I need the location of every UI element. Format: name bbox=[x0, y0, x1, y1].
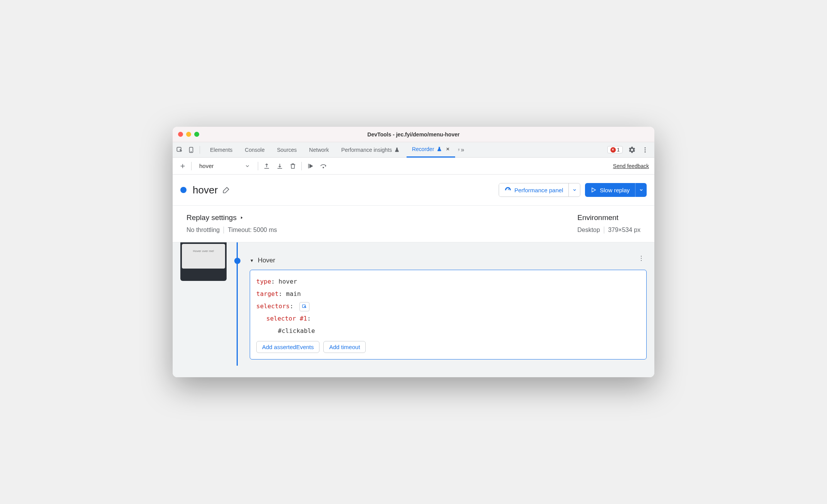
svg-point-5 bbox=[645, 151, 646, 152]
play-icon bbox=[590, 187, 597, 193]
delete-button[interactable] bbox=[288, 161, 298, 171]
chevron-right-icon bbox=[240, 215, 244, 220]
maximize-window-button[interactable] bbox=[194, 132, 199, 137]
kebab-menu-icon[interactable] bbox=[641, 146, 649, 154]
tab-recorder[interactable]: Recorder ✕ bbox=[407, 142, 455, 158]
tab-performance-insights[interactable]: Performance insights bbox=[336, 142, 405, 158]
tab-label: Performance insights bbox=[341, 147, 392, 153]
svg-marker-12 bbox=[241, 217, 242, 219]
flask-icon bbox=[394, 147, 400, 153]
separator bbox=[258, 162, 258, 170]
timeline: Hover over me! ▼ Hover ⋯ type: hover tar… bbox=[173, 242, 654, 377]
svg-point-3 bbox=[645, 147, 646, 148]
continue-button[interactable] bbox=[306, 161, 315, 171]
thumbnail-caption: Hover over me! bbox=[182, 244, 225, 269]
throttling-value: No throttling bbox=[187, 227, 220, 234]
prop-value[interactable]: hover bbox=[279, 278, 297, 285]
performance-panel-dropdown[interactable] bbox=[568, 183, 580, 197]
settings-title-label: Replay settings bbox=[187, 213, 237, 222]
chevron-down-icon bbox=[572, 188, 577, 192]
button-label: Performance panel bbox=[514, 187, 563, 193]
error-count-badge[interactable]: 1 bbox=[607, 146, 623, 153]
prop-value[interactable]: main bbox=[286, 290, 301, 297]
error-icon bbox=[610, 147, 616, 153]
recorder-toolbar: hover Send feedback bbox=[173, 158, 654, 175]
import-button[interactable] bbox=[275, 161, 284, 171]
step-header[interactable]: ▼ Hover ⋯ bbox=[246, 256, 647, 264]
prop-key: selectors bbox=[256, 302, 290, 310]
prop-key: type bbox=[256, 278, 271, 285]
tab-console[interactable]: Console bbox=[239, 142, 270, 158]
performance-panel-button[interactable]: Performance panel bbox=[499, 183, 581, 197]
settings-row: Replay settings No throttling Timeout: 5… bbox=[173, 206, 654, 242]
close-window-button[interactable] bbox=[178, 132, 183, 137]
svg-marker-11 bbox=[592, 188, 595, 192]
slow-replay-dropdown[interactable] bbox=[635, 183, 647, 197]
close-icon[interactable]: ✕ bbox=[446, 146, 450, 152]
recording-status-dot bbox=[180, 187, 187, 193]
recording-selector[interactable]: hover bbox=[195, 163, 254, 169]
window-title: DevTools - jec.fyi/demo/menu-hover bbox=[173, 131, 654, 138]
add-asserted-events-button[interactable]: Add assertedEvents bbox=[256, 341, 319, 353]
viewport-value: 379×534 px bbox=[608, 227, 640, 234]
device-value: Desktop bbox=[577, 227, 600, 234]
error-count: 1 bbox=[617, 147, 620, 153]
add-recording-button[interactable] bbox=[178, 161, 187, 171]
inspect-icon[interactable] bbox=[176, 146, 183, 154]
gauge-icon bbox=[504, 186, 511, 193]
svg-marker-9 bbox=[309, 164, 313, 168]
tab-sources[interactable]: Sources bbox=[272, 142, 302, 158]
minimize-window-button[interactable] bbox=[186, 132, 191, 137]
timeout-value: Timeout: 5000 ms bbox=[228, 227, 277, 234]
replay-settings-toggle[interactable]: Replay settings bbox=[187, 213, 277, 222]
chevron-down-icon bbox=[245, 163, 250, 169]
step-details: type: hover target: main selectors: sele… bbox=[250, 270, 647, 360]
separator bbox=[224, 227, 224, 234]
environment-title: Environment bbox=[577, 213, 619, 222]
tab-elements[interactable]: Elements bbox=[205, 142, 238, 158]
separator bbox=[191, 162, 192, 170]
settings-icon[interactable] bbox=[628, 146, 636, 154]
step-title: Hover bbox=[258, 257, 275, 264]
export-button[interactable] bbox=[262, 161, 271, 171]
recording-header: hover Performance panel Slow replay bbox=[173, 175, 654, 206]
recording-select-label: hover bbox=[199, 163, 214, 169]
step-over-button[interactable] bbox=[319, 161, 328, 171]
button-label: Slow replay bbox=[600, 187, 630, 193]
svg-point-10 bbox=[323, 167, 323, 168]
edit-title-button[interactable] bbox=[222, 186, 230, 194]
step-thumbnail[interactable]: Hover over me! bbox=[180, 242, 227, 281]
separator bbox=[301, 162, 302, 170]
selector-value[interactable]: #clickable bbox=[278, 327, 315, 334]
slow-replay-button[interactable]: Slow replay bbox=[585, 183, 647, 197]
element-picker-button[interactable] bbox=[299, 302, 309, 311]
tab-label: Recorder bbox=[412, 146, 434, 152]
device-toggle-icon[interactable] bbox=[187, 146, 195, 154]
send-feedback-link[interactable]: Send feedback bbox=[613, 163, 649, 169]
titlebar: DevTools - jec.fyi/demo/menu-hover bbox=[173, 127, 654, 142]
recording-title: hover bbox=[193, 184, 218, 196]
svg-point-4 bbox=[645, 149, 646, 150]
prop-key: selector #1 bbox=[266, 315, 307, 322]
chevron-down-icon bbox=[639, 188, 644, 192]
more-tabs-icon[interactable]: » bbox=[457, 146, 464, 154]
caret-down-icon: ▼ bbox=[250, 258, 254, 263]
devtools-tabbar: Elements Console Sources Network Perform… bbox=[173, 142, 654, 158]
prop-key: target bbox=[256, 290, 279, 297]
step-menu-button[interactable]: ⋯ bbox=[637, 255, 645, 265]
devtools-window: DevTools - jec.fyi/demo/menu-hover Eleme… bbox=[173, 127, 654, 377]
tab-network[interactable]: Network bbox=[304, 142, 334, 158]
separator bbox=[604, 227, 604, 234]
traffic-lights bbox=[178, 132, 199, 137]
flask-icon bbox=[437, 146, 442, 152]
add-timeout-button[interactable]: Add timeout bbox=[323, 341, 366, 353]
step-marker bbox=[234, 258, 240, 264]
